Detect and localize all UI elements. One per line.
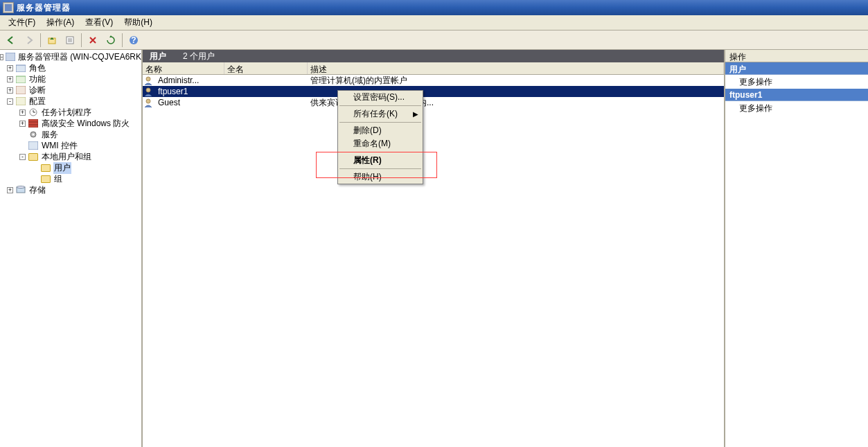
toolbar-sep (40, 33, 41, 47)
svg-point-20 (33, 134, 35, 136)
user-icon (143, 87, 154, 96)
expand-icon[interactable]: + (19, 121, 26, 127)
col-fullname[interactable]: 全名 (224, 62, 308, 74)
svg-rect-0 (5, 4, 12, 11)
ctx-help[interactable]: 帮助(H) (338, 170, 423, 184)
context-menu: 设置密码(S)... 所有任务(K)▶ 删除(D) 重命名(M) 属性(R) 帮… (337, 90, 423, 184)
expand-icon[interactable]: + (7, 87, 13, 94)
gear-icon (28, 130, 39, 139)
tree-diag[interactable]: + 诊断 (0, 85, 141, 96)
no-expand (32, 165, 38, 171)
center-title: 用户 (150, 51, 166, 62)
expand-icon[interactable]: + (7, 76, 13, 82)
tree-groups[interactable]: 组 (0, 173, 141, 184)
cell-desc: 管理计算机(域)的内置帐户 (308, 75, 724, 87)
no-expand (19, 132, 26, 138)
cell-name: Administr... (155, 76, 224, 85)
ctx-delete[interactable]: 删除(D) (338, 124, 423, 137)
tree-config[interactable]: - 配置 (0, 96, 141, 107)
svg-point-25 (146, 88, 150, 92)
back-button[interactable] (3, 33, 19, 48)
help-button[interactable]: ? (125, 33, 142, 48)
no-expand (32, 176, 38, 182)
tree-localusers[interactable]: - 本地用户和组 (0, 151, 141, 162)
svg-rect-21 (28, 141, 38, 150)
ctx-rename[interactable]: 重命名(M) (338, 137, 423, 150)
server-icon (6, 52, 15, 62)
no-expand (19, 143, 26, 149)
list-header: 名称 全名 描述 (143, 62, 724, 75)
tree-storage[interactable]: + 存储 (0, 184, 141, 195)
center-count: 2 个用户 (183, 51, 215, 62)
col-desc[interactable]: 描述 (308, 62, 724, 74)
center-header: 用户 2 个用户 (143, 50, 724, 62)
menu-view[interactable]: 查看(V) (81, 15, 117, 30)
ctx-sep (339, 122, 421, 123)
folder-icon (40, 174, 51, 184)
svg-rect-8 (6, 53, 15, 61)
svg-rect-10 (16, 76, 26, 83)
ctx-set-password[interactable]: 设置密码(S)... (338, 91, 423, 104)
svg-text:?: ? (131, 35, 136, 45)
expand-icon[interactable]: - (7, 98, 13, 105)
col-name[interactable]: 名称 (143, 62, 224, 74)
up-button[interactable] (44, 33, 60, 48)
svg-rect-9 (16, 65, 26, 72)
tree-root[interactable]: - 服务器管理器 (WIN-CQJVEA6RKR (0, 51, 141, 62)
tree-roles[interactable]: + 角色 (0, 62, 141, 73)
main-area: - 服务器管理器 (WIN-CQJVEA6RKR + 角色 + 功能 + 诊断 … (0, 50, 868, 447)
tree-services[interactable]: 服务 (0, 129, 141, 140)
actions-header: 操作 (725, 50, 868, 62)
expand-icon[interactable]: + (7, 65, 13, 71)
list-row-ftpuser1[interactable]: ftpuser1 (143, 86, 724, 97)
storage-icon (15, 185, 26, 195)
actions-more-selected[interactable]: 更多操作 (725, 101, 868, 115)
ctx-all-tasks[interactable]: 所有任务(K)▶ (338, 107, 423, 121)
expand-icon[interactable]: + (7, 187, 13, 193)
actions-section-users: 用户 (725, 62, 868, 75)
user-icon (143, 76, 154, 85)
ctx-sep (339, 152, 421, 152)
chevron-right-icon: ▶ (413, 110, 418, 118)
window-title: 服务器管理器 (17, 2, 71, 14)
properties-button[interactable] (62, 33, 78, 48)
menu-file[interactable]: 文件(F) (4, 15, 39, 30)
list-row-administrator[interactable]: Administr... 管理计算机(域)的内置帐户 (143, 75, 724, 86)
menu-action[interactable]: 操作(A) (42, 15, 78, 30)
svg-rect-12 (16, 97, 26, 105)
folder-icon (28, 152, 39, 161)
expand-icon[interactable]: - (19, 154, 26, 160)
titlebar: 服务器管理器 (0, 0, 868, 15)
wmi-icon (28, 141, 39, 150)
forward-button[interactable] (21, 33, 37, 48)
app-icon (3, 2, 14, 13)
tree-firewall[interactable]: + 高级安全 Windows 防火 (0, 118, 141, 129)
svg-rect-11 (16, 86, 26, 94)
svg-point-24 (146, 77, 150, 81)
roles-icon (15, 63, 26, 73)
features-icon (15, 74, 26, 84)
firewall-icon (28, 119, 39, 128)
tree-wmi[interactable]: WMI 控件 (0, 140, 141, 151)
menubar: 文件(F) 操作(A) 查看(V) 帮助(H) (0, 15, 868, 30)
toolbar: ? (0, 30, 868, 50)
tree-features[interactable]: + 功能 (0, 73, 141, 85)
tree-task[interactable]: + 任务计划程序 (0, 107, 141, 118)
expand-icon[interactable]: + (19, 109, 26, 116)
ctx-properties[interactable]: 属性(R) (338, 154, 423, 167)
cell-name: Guest (155, 98, 224, 107)
actions-pane: 操作 用户 更多操作 ftpuser1 更多操作 (724, 50, 868, 447)
svg-rect-16 (28, 119, 38, 128)
tree: - 服务器管理器 (WIN-CQJVEA6RKR + 角色 + 功能 + 诊断 … (0, 50, 141, 197)
list-row-guest[interactable]: Guest 供来宾访问计算机或访问域的内... (143, 97, 724, 108)
center-pane: 用户 2 个用户 名称 全名 描述 Administr... 管理计算机(域)的… (143, 50, 724, 447)
config-icon (15, 96, 26, 106)
expand-icon[interactable]: - (0, 54, 3, 60)
refresh-button[interactable] (103, 33, 119, 48)
tree-users[interactable]: 用户 (0, 162, 141, 173)
actions-more-users[interactable]: 更多操作 (725, 75, 868, 89)
delete-button[interactable] (85, 33, 101, 48)
menu-help[interactable]: 帮助(H) (120, 15, 157, 30)
toolbar-sep3 (122, 33, 123, 47)
tree-pane: - 服务器管理器 (WIN-CQJVEA6RKR + 角色 + 功能 + 诊断 … (0, 50, 143, 447)
